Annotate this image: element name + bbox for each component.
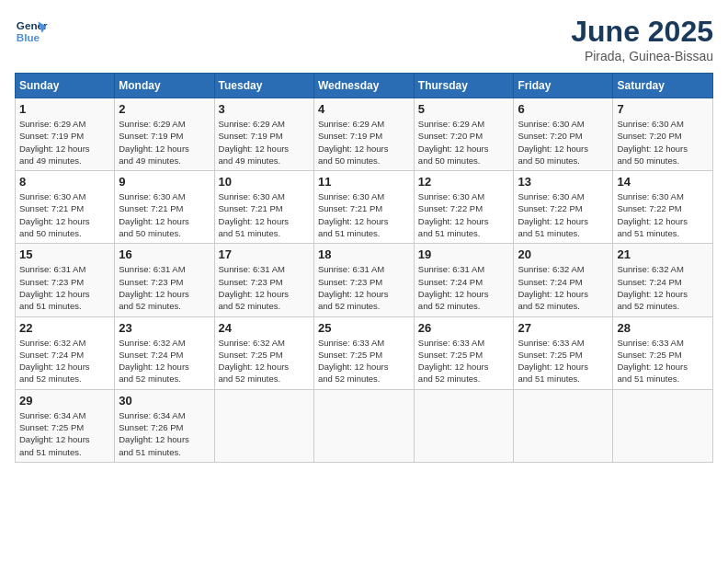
day-info: Sunrise: 6:30 AM Sunset: 7:22 PM Dayligh…: [418, 190, 510, 239]
day-info: Sunrise: 6:30 AM Sunset: 7:22 PM Dayligh…: [617, 190, 709, 239]
day-info: Sunrise: 6:29 AM Sunset: 7:19 PM Dayligh…: [19, 118, 110, 167]
table-row: 10Sunrise: 6:30 AM Sunset: 7:21 PM Dayli…: [214, 171, 313, 244]
col-tuesday: Tuesday: [214, 74, 313, 98]
day-number: 6: [518, 102, 609, 116]
day-info: Sunrise: 6:30 AM Sunset: 7:21 PM Dayligh…: [19, 190, 110, 239]
day-number: 24: [219, 321, 310, 335]
day-number: 3: [219, 102, 310, 116]
day-number: 18: [318, 247, 410, 261]
col-friday: Friday: [514, 74, 613, 98]
table-row: 7Sunrise: 6:30 AM Sunset: 7:20 PM Daylig…: [613, 98, 713, 171]
col-thursday: Thursday: [414, 74, 514, 98]
table-row: 15Sunrise: 6:31 AM Sunset: 7:23 PM Dayli…: [16, 244, 115, 316]
col-wednesday: Wednesday: [313, 74, 414, 98]
table-row: 5Sunrise: 6:29 AM Sunset: 7:20 PM Daylig…: [414, 98, 514, 171]
table-row: 13Sunrise: 6:30 AM Sunset: 7:22 PM Dayli…: [514, 171, 613, 244]
day-info: Sunrise: 6:30 AM Sunset: 7:20 PM Dayligh…: [518, 118, 609, 167]
day-number: 20: [518, 247, 609, 261]
table-row: 23Sunrise: 6:32 AM Sunset: 7:24 PM Dayli…: [115, 316, 214, 389]
table-row: 3Sunrise: 6:29 AM Sunset: 7:19 PM Daylig…: [214, 98, 313, 171]
table-row: [313, 389, 414, 462]
col-monday: Monday: [115, 74, 214, 98]
table-row: 4Sunrise: 6:29 AM Sunset: 7:19 PM Daylig…: [313, 98, 414, 171]
header-row: Sunday Monday Tuesday Wednesday Thursday…: [16, 74, 713, 98]
day-info: Sunrise: 6:34 AM Sunset: 7:26 PM Dayligh…: [119, 409, 210, 458]
table-row: 27Sunrise: 6:33 AM Sunset: 7:25 PM Dayli…: [514, 316, 613, 389]
table-row: 12Sunrise: 6:30 AM Sunset: 7:22 PM Dayli…: [414, 171, 514, 244]
day-info: Sunrise: 6:29 AM Sunset: 7:19 PM Dayligh…: [119, 118, 210, 167]
table-row: 1Sunrise: 6:29 AM Sunset: 7:19 PM Daylig…: [16, 98, 115, 171]
table-row: 28Sunrise: 6:33 AM Sunset: 7:25 PM Dayli…: [613, 316, 713, 389]
day-number: 9: [119, 175, 210, 189]
table-row: 8Sunrise: 6:30 AM Sunset: 7:21 PM Daylig…: [16, 171, 115, 244]
col-saturday: Saturday: [613, 74, 713, 98]
day-number: 5: [418, 102, 510, 116]
day-number: 8: [19, 175, 110, 189]
table-row: 2Sunrise: 6:29 AM Sunset: 7:19 PM Daylig…: [115, 98, 214, 171]
title-area: June 2025 Pirada, Guinea-Bissau: [571, 15, 713, 63]
day-number: 26: [418, 321, 510, 335]
day-number: 14: [617, 175, 709, 189]
day-info: Sunrise: 6:29 AM Sunset: 7:19 PM Dayligh…: [318, 118, 410, 167]
calendar-table: Sunday Monday Tuesday Wednesday Thursday…: [15, 73, 713, 463]
day-number: 12: [418, 175, 510, 189]
day-number: 4: [318, 102, 410, 116]
table-row: 9Sunrise: 6:30 AM Sunset: 7:21 PM Daylig…: [115, 171, 214, 244]
table-row: 24Sunrise: 6:32 AM Sunset: 7:25 PM Dayli…: [214, 316, 313, 389]
day-info: Sunrise: 6:31 AM Sunset: 7:24 PM Dayligh…: [418, 263, 510, 312]
day-number: 2: [119, 102, 210, 116]
day-number: 17: [219, 247, 310, 261]
day-number: 16: [119, 247, 210, 261]
day-info: Sunrise: 6:33 AM Sunset: 7:25 PM Dayligh…: [617, 337, 709, 385]
table-row: 18Sunrise: 6:31 AM Sunset: 7:23 PM Dayli…: [313, 244, 414, 316]
day-info: Sunrise: 6:30 AM Sunset: 7:21 PM Dayligh…: [318, 190, 410, 239]
day-info: Sunrise: 6:33 AM Sunset: 7:25 PM Dayligh…: [318, 337, 410, 385]
day-number: 15: [19, 247, 110, 261]
day-number: 21: [617, 247, 709, 261]
day-number: 11: [318, 175, 410, 189]
location-title: Pirada, Guinea-Bissau: [571, 49, 713, 63]
day-info: Sunrise: 6:33 AM Sunset: 7:25 PM Dayligh…: [518, 337, 609, 385]
day-number: 29: [19, 394, 110, 408]
table-row: 6Sunrise: 6:30 AM Sunset: 7:20 PM Daylig…: [514, 98, 613, 171]
table-row: 19Sunrise: 6:31 AM Sunset: 7:24 PM Dayli…: [414, 244, 514, 316]
day-number: 19: [418, 247, 510, 261]
day-info: Sunrise: 6:32 AM Sunset: 7:25 PM Dayligh…: [219, 337, 310, 385]
table-row: 22Sunrise: 6:32 AM Sunset: 7:24 PM Dayli…: [16, 316, 115, 389]
day-info: Sunrise: 6:29 AM Sunset: 7:19 PM Dayligh…: [219, 118, 310, 167]
day-info: Sunrise: 6:34 AM Sunset: 7:25 PM Dayligh…: [19, 409, 110, 458]
day-info: Sunrise: 6:31 AM Sunset: 7:23 PM Dayligh…: [318, 263, 410, 312]
table-row: 30Sunrise: 6:34 AM Sunset: 7:26 PM Dayli…: [115, 389, 214, 462]
day-info: Sunrise: 6:30 AM Sunset: 7:22 PM Dayligh…: [518, 190, 609, 239]
table-row: 14Sunrise: 6:30 AM Sunset: 7:22 PM Dayli…: [613, 171, 713, 244]
day-number: 23: [119, 321, 210, 335]
table-row: 21Sunrise: 6:32 AM Sunset: 7:24 PM Dayli…: [613, 244, 713, 316]
day-number: 28: [617, 321, 709, 335]
table-row: 11Sunrise: 6:30 AM Sunset: 7:21 PM Dayli…: [313, 171, 414, 244]
day-info: Sunrise: 6:30 AM Sunset: 7:21 PM Dayligh…: [119, 190, 210, 239]
day-number: 30: [119, 394, 210, 408]
month-title: June 2025: [571, 15, 713, 49]
header: General Blue June 2025 Pirada, Guinea-Bi…: [15, 15, 713, 63]
day-info: Sunrise: 6:29 AM Sunset: 7:20 PM Dayligh…: [418, 118, 510, 167]
svg-text:Blue: Blue: [17, 31, 40, 43]
day-number: 7: [617, 102, 709, 116]
col-sunday: Sunday: [16, 74, 115, 98]
day-number: 1: [19, 102, 110, 116]
logo-icon: General Blue: [15, 15, 48, 48]
day-number: 25: [318, 321, 410, 335]
day-info: Sunrise: 6:31 AM Sunset: 7:23 PM Dayligh…: [119, 263, 210, 312]
day-info: Sunrise: 6:32 AM Sunset: 7:24 PM Dayligh…: [617, 263, 709, 312]
table-row: [414, 389, 514, 462]
day-number: 13: [518, 175, 609, 189]
day-number: 27: [518, 321, 609, 335]
day-info: Sunrise: 6:32 AM Sunset: 7:24 PM Dayligh…: [518, 263, 609, 312]
table-row: 26Sunrise: 6:33 AM Sunset: 7:25 PM Dayli…: [414, 316, 514, 389]
table-row: [514, 389, 613, 462]
table-row: 25Sunrise: 6:33 AM Sunset: 7:25 PM Dayli…: [313, 316, 414, 389]
table-row: 20Sunrise: 6:32 AM Sunset: 7:24 PM Dayli…: [514, 244, 613, 316]
day-number: 10: [219, 175, 310, 189]
day-info: Sunrise: 6:31 AM Sunset: 7:23 PM Dayligh…: [19, 263, 110, 312]
table-row: 17Sunrise: 6:31 AM Sunset: 7:23 PM Dayli…: [214, 244, 313, 316]
logo: General Blue: [15, 15, 48, 48]
